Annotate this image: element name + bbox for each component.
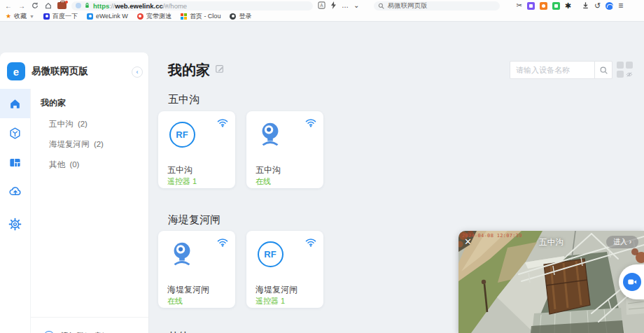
bookmark-favorites[interactable]: ★ 收藏 ▼ — [6, 12, 34, 21]
device-name: 海堤复河闸 — [167, 284, 209, 296]
bookmarks-bar: ★ 收藏 ▼ 百度一下 eWeLink W 宽带测速 首页 - Clou 登录 — [0, 11, 644, 22]
device-search-button[interactable] — [594, 61, 612, 79]
site-icon — [76, 3, 81, 8]
purple-extension-icon[interactable] — [527, 2, 535, 10]
submenu-item-room-1[interactable]: 五中沟 (2) — [31, 109, 148, 129]
sidebar-submenu: 我的家 五中沟 (2) 海堤复河闸 (2) 其他 (0) — [31, 89, 148, 316]
rf-bridge-icon: RF — [256, 240, 284, 268]
group-heading-1: 五中沟 — [168, 93, 200, 106]
device-status: 在线 — [167, 296, 183, 306]
bookmark-ewelink[interactable]: eWeLink W — [87, 13, 128, 20]
group-2-cards: 海堤复河闸 在线 RF 海堤复河闸 遥控器 1 — [158, 231, 323, 308]
rail-item-settings[interactable] — [0, 209, 30, 239]
camera-dock-icon — [623, 273, 641, 291]
device-card-rf[interactable]: RF 海堤复河闸 遥控器 1 — [246, 231, 323, 308]
plus-icon: + — [43, 331, 55, 333]
forward-icon[interactable]: → — [18, 1, 26, 10]
sidebar-collapse-button[interactable]: ‹ — [132, 66, 143, 78]
home-nav-icon[interactable] — [44, 1, 52, 10]
search-icon — [378, 3, 384, 9]
device-status: 遥控器 1 — [167, 176, 197, 187]
rail-item-share[interactable] — [0, 177, 30, 206]
wifi-icon — [217, 118, 228, 127]
camera-preview-overlay[interactable]: 2024-04-08 12:07:39 ✕ 五中沟 进入 › — [458, 231, 644, 333]
profile-extension-icon[interactable] — [57, 2, 66, 9]
group-1-cards: RF 五中沟 遥控器 1 五中沟 在线 — [158, 111, 323, 188]
layout-square-icon[interactable] — [626, 62, 633, 69]
download-icon[interactable] — [582, 1, 589, 10]
pinwheel-extension-icon[interactable]: ✱ — [565, 2, 571, 10]
add-group-room-button[interactable]: + 添加群组/房间 — [31, 317, 148, 333]
home-icon — [8, 97, 22, 111]
device-status: 在线 — [255, 176, 271, 187]
hide-devices-eye-off-icon[interactable] — [626, 71, 633, 78]
sidebar-header: e 易微联网页版 — [7, 62, 88, 80]
app-title: 易微联网页版 — [31, 65, 88, 78]
browser-logo-icon[interactable] — [606, 2, 613, 10]
bookmark-login[interactable]: 登录 — [230, 12, 251, 21]
scissors-extension-icon[interactable]: ✂ — [516, 2, 522, 9]
rf-bridge-icon: RF — [168, 120, 196, 148]
toolbar-more-icon[interactable]: … — [342, 2, 349, 9]
bookmark-baidu[interactable]: 百度一下 — [43, 12, 78, 21]
device-status: 遥控器 1 — [255, 296, 285, 306]
dashboard-panel-icon — [8, 156, 22, 169]
browser-search-value: 易微联网页版 — [387, 1, 427, 10]
green-extension-icon[interactable] — [552, 2, 560, 10]
bookmark-homepage[interactable]: 首页 - Clou — [181, 12, 221, 21]
back-icon[interactable]: ← — [4, 1, 13, 10]
chevron-down-icon[interactable]: ⌄ — [354, 2, 359, 9]
submenu-item-my-home[interactable]: 我的家 — [31, 89, 148, 109]
secure-lock-icon — [84, 2, 90, 9]
address-bar[interactable]: https://web.ewelink.cc/#/home — [71, 1, 313, 10]
bookmark-speedtest[interactable]: 宽带测速 — [137, 12, 172, 21]
device-card-camera[interactable]: 五中沟 在线 — [246, 111, 323, 188]
camera-device-icon — [168, 240, 196, 268]
cloud-upload-icon — [8, 185, 22, 199]
device-name: 海堤复河闸 — [255, 284, 298, 296]
view-options — [617, 62, 633, 78]
group-heading-3: 其他 — [168, 330, 189, 333]
layout-square-icon[interactable] — [617, 62, 624, 69]
rail-item-home[interactable] — [0, 89, 30, 118]
ewelink-icon — [87, 13, 93, 20]
device-card-rf[interactable]: RF 五中沟 遥控器 1 — [158, 111, 235, 188]
browser-toolbar: ← → https://web.ewelink.cc/#/home A … ⌄ … — [0, 0, 644, 11]
wifi-icon — [305, 238, 316, 247]
baidu-icon — [43, 13, 50, 20]
grid-logo-icon — [181, 13, 187, 20]
scene-hexagon-icon — [8, 127, 22, 140]
device-name: 五中沟 — [167, 164, 192, 176]
login-avatar-icon — [230, 13, 236, 20]
rail-item-scene[interactable] — [0, 118, 30, 148]
reload-icon[interactable] — [31, 1, 39, 10]
layout-square-icon[interactable] — [617, 71, 624, 78]
device-name: 五中沟 — [255, 164, 281, 176]
lightning-icon[interactable] — [330, 1, 337, 10]
enter-camera-button[interactable]: 进入 › — [606, 236, 638, 248]
rail-item-panel[interactable] — [0, 148, 30, 177]
search-icon — [599, 66, 608, 75]
device-search-input[interactable] — [510, 61, 594, 79]
edit-home-name-icon[interactable] — [215, 64, 225, 76]
speedtest-icon — [137, 13, 144, 20]
caret-down-icon: ▼ — [29, 14, 34, 19]
menu-icon[interactable]: ≡ — [618, 1, 623, 10]
device-card-camera[interactable]: 海堤复河闸 在线 — [158, 231, 235, 308]
history-undo-icon[interactable]: ↺ — [594, 2, 601, 10]
submenu-item-room-3[interactable]: 其他 (0) — [31, 150, 148, 170]
translate-icon[interactable]: A — [318, 1, 326, 10]
ewelink-logo: e — [7, 62, 25, 80]
browser-search-box[interactable]: 易微联网页版 — [374, 1, 500, 10]
sidebar: e 易微联网页版 ‹ 我的家 — [0, 52, 149, 333]
device-search — [510, 61, 612, 79]
wifi-icon — [305, 118, 316, 127]
orange-extension-icon[interactable] — [540, 2, 547, 10]
star-icon: ★ — [6, 13, 11, 20]
gear-icon — [8, 218, 22, 231]
wifi-icon — [217, 238, 228, 247]
url-text: https://web.ewelink.cc/#/home — [93, 2, 187, 10]
submenu-item-room-2[interactable]: 海堤复河闸 (2) — [31, 129, 148, 150]
camera-device-icon — [256, 120, 284, 148]
svg-text:A: A — [320, 2, 323, 7]
